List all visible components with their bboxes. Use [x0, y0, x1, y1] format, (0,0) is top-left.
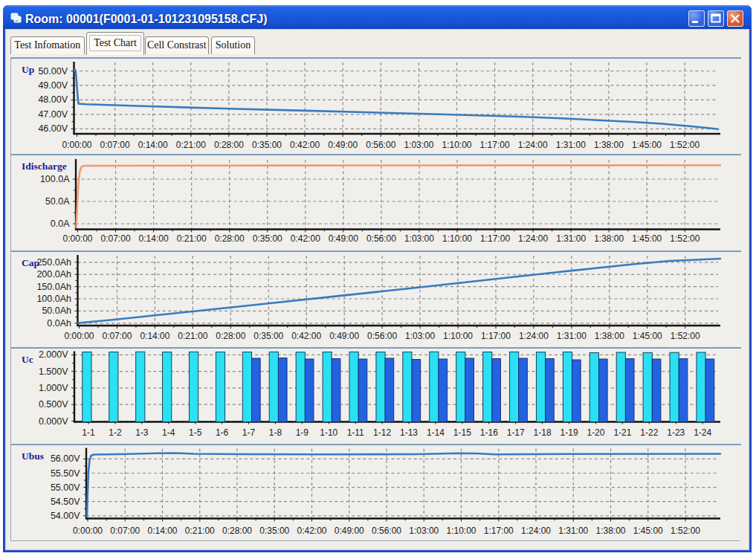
svg-text:1:45:00: 1:45:00 [633, 331, 662, 341]
svg-text:1-1: 1-1 [82, 427, 95, 438]
svg-text:200.0Ah: 200.0Ah [36, 269, 71, 280]
svg-text:100.0Ah: 100.0Ah [36, 294, 71, 304]
svg-text:0:49:00: 0:49:00 [328, 140, 358, 150]
svg-text:150.0Ah: 150.0Ah [36, 282, 71, 292]
svg-text:1:38:00: 1:38:00 [595, 331, 624, 341]
svg-text:1:24:00: 1:24:00 [519, 331, 549, 341]
svg-text:55.00V: 55.00V [51, 482, 80, 493]
svg-text:1:03:00: 1:03:00 [404, 140, 433, 150]
svg-text:0:00:00: 0:00:00 [62, 233, 92, 244]
svg-text:47.00V: 47.00V [38, 109, 68, 120]
svg-text:1-16: 1-16 [480, 427, 498, 438]
svg-text:1-10: 1-10 [320, 427, 337, 438]
svg-text:0:07:00: 0:07:00 [100, 140, 130, 150]
svg-text:0:35:00: 0:35:00 [252, 140, 282, 150]
svg-text:0:56:00: 0:56:00 [367, 331, 397, 341]
svg-text:48.00V: 48.00V [38, 94, 68, 105]
svg-text:0:35:00: 0:35:00 [253, 233, 282, 244]
svg-text:0:42:00: 0:42:00 [291, 233, 320, 244]
svg-text:0.0A: 0.0A [51, 219, 70, 229]
svg-text:0:49:00: 0:49:00 [329, 331, 359, 341]
svg-text:0:28:00: 0:28:00 [222, 526, 252, 536]
svg-text:1-13: 1-13 [400, 427, 418, 438]
svg-text:0:00:00: 0:00:00 [64, 331, 94, 341]
svg-text:1:31:00: 1:31:00 [556, 140, 586, 150]
svg-text:1:38:00: 1:38:00 [595, 526, 625, 536]
svg-text:0:42:00: 0:42:00 [290, 140, 320, 150]
svg-text:1:45:00: 1:45:00 [632, 140, 662, 150]
svg-text:1-22: 1-22 [640, 427, 658, 438]
svg-text:1-6: 1-6 [216, 427, 229, 438]
svg-text:0:42:00: 0:42:00 [297, 526, 326, 536]
svg-text:1-20: 1-20 [587, 427, 604, 438]
svg-text:1:10:00: 1:10:00 [442, 233, 472, 244]
svg-text:1:31:00: 1:31:00 [557, 331, 587, 341]
svg-text:1:17:00: 1:17:00 [480, 233, 510, 244]
svg-text:1-24: 1-24 [694, 427, 711, 438]
svg-text:1:52:00: 1:52:00 [670, 140, 700, 150]
svg-text:Idischarge: Idischarge [22, 161, 67, 172]
svg-text:0:14:00: 0:14:00 [147, 526, 177, 536]
svg-text:1:24:00: 1:24:00 [518, 140, 548, 150]
svg-text:0:42:00: 0:42:00 [291, 331, 321, 341]
svg-text:Uc: Uc [22, 354, 33, 365]
svg-text:0:00:00: 0:00:00 [73, 526, 103, 536]
svg-text:1:52:00: 1:52:00 [670, 233, 700, 244]
svg-text:250.0Ah: 250.0Ah [36, 257, 71, 268]
svg-text:50.0Ah: 50.0Ah [42, 306, 71, 316]
svg-text:1-23: 1-23 [667, 427, 685, 438]
svg-text:0:56:00: 0:56:00 [372, 526, 401, 536]
svg-text:1:38:00: 1:38:00 [594, 140, 624, 150]
svg-text:1-18: 1-18 [534, 427, 552, 438]
svg-text:1-21: 1-21 [613, 427, 631, 438]
svg-text:0.000V: 0.000V [39, 416, 68, 427]
svg-text:54.00V: 54.00V [51, 511, 80, 521]
svg-text:1-11: 1-11 [347, 427, 364, 438]
svg-text:1:31:00: 1:31:00 [558, 526, 588, 536]
svg-text:1-19: 1-19 [560, 427, 578, 438]
svg-text:0:14:00: 0:14:00 [138, 140, 168, 150]
svg-text:1-17: 1-17 [507, 427, 525, 438]
svg-text:0.500V: 0.500V [39, 399, 68, 410]
svg-text:0:49:00: 0:49:00 [335, 526, 364, 536]
svg-text:0:35:00: 0:35:00 [259, 526, 289, 536]
svg-text:0:56:00: 0:56:00 [366, 233, 396, 244]
svg-text:0:28:00: 0:28:00 [215, 233, 245, 244]
svg-text:0:07:00: 0:07:00 [110, 526, 140, 536]
svg-text:1:17:00: 1:17:00 [481, 331, 511, 341]
svg-text:1:10:00: 1:10:00 [443, 331, 473, 341]
svg-text:1-15: 1-15 [453, 427, 471, 438]
svg-text:100.0A: 100.0A [40, 174, 70, 184]
svg-text:0:14:00: 0:14:00 [140, 331, 169, 341]
svg-text:0:49:00: 0:49:00 [329, 233, 358, 244]
svg-text:49.00V: 49.00V [38, 80, 68, 91]
svg-text:1-4: 1-4 [162, 427, 175, 438]
svg-text:55.50V: 55.50V [51, 468, 80, 479]
svg-text:1:45:00: 1:45:00 [632, 233, 662, 244]
svg-text:1:10:00: 1:10:00 [446, 526, 476, 536]
svg-text:1:10:00: 1:10:00 [442, 140, 471, 150]
svg-text:0:00:00: 0:00:00 [62, 140, 91, 150]
svg-text:1-9: 1-9 [296, 427, 309, 438]
svg-text:1-3: 1-3 [135, 427, 149, 438]
svg-text:1:52:00: 1:52:00 [671, 331, 700, 341]
svg-text:Up: Up [22, 64, 34, 75]
svg-text:1:38:00: 1:38:00 [594, 233, 624, 244]
svg-text:46.00V: 46.00V [38, 123, 68, 134]
svg-text:0:21:00: 0:21:00 [185, 526, 215, 536]
svg-text:1:52:00: 1:52:00 [671, 526, 700, 536]
svg-text:1:17:00: 1:17:00 [480, 140, 510, 150]
svg-text:50.00V: 50.00V [38, 66, 68, 77]
svg-text:1-2: 1-2 [109, 427, 122, 438]
svg-text:0:35:00: 0:35:00 [253, 331, 283, 341]
svg-text:56.00V: 56.00V [51, 453, 80, 464]
svg-text:0:21:00: 0:21:00 [176, 140, 206, 150]
svg-text:0:56:00: 0:56:00 [366, 140, 395, 150]
svg-text:1:17:00: 1:17:00 [484, 526, 514, 536]
svg-text:1:24:00: 1:24:00 [521, 526, 551, 536]
svg-text:0:28:00: 0:28:00 [214, 140, 244, 150]
svg-text:1-14: 1-14 [427, 427, 445, 438]
svg-text:0:07:00: 0:07:00 [101, 233, 131, 244]
svg-text:1-12: 1-12 [373, 427, 391, 438]
svg-text:1-5: 1-5 [189, 427, 202, 438]
